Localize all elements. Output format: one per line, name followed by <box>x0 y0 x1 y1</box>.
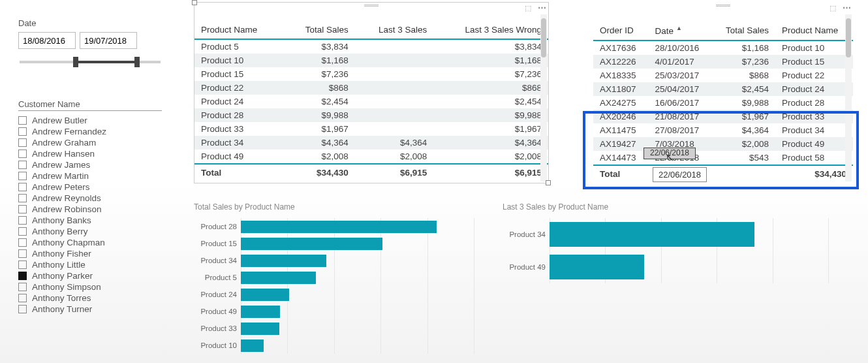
date-slider-start-thumb[interactable] <box>73 57 78 67</box>
bar-row[interactable]: Product 5 <box>194 269 474 286</box>
table-row[interactable]: Product 28$9,988$9,988 <box>194 108 548 122</box>
column-header[interactable]: Last 3 Sales Wrong <box>433 21 548 39</box>
more-options-icon[interactable] <box>843 3 852 12</box>
bar-row[interactable]: Product 49 <box>194 303 474 320</box>
column-header[interactable]: Total Sales <box>713 21 775 40</box>
checkbox-icon[interactable] <box>18 272 27 280</box>
customer-item[interactable]: Anthony Parker <box>18 270 162 281</box>
date-slider-end-thumb[interactable] <box>134 57 140 67</box>
checkbox-icon[interactable] <box>18 227 27 236</box>
bar-row[interactable]: Product 24 <box>194 286 474 303</box>
chart-total-sales[interactable]: Total Sales by Product Name Product 28Pr… <box>194 202 474 354</box>
checkbox-icon[interactable] <box>18 216 27 225</box>
customer-item[interactable]: Andrew Hansen <box>18 148 162 159</box>
table-row[interactable]: Product 49$2,008$2,008$2,008 <box>194 150 548 164</box>
bar-row[interactable]: Product 33 <box>194 320 474 337</box>
checkbox-icon[interactable] <box>18 116 27 125</box>
customer-item[interactable]: Andrew Peters <box>18 182 162 193</box>
checkbox-icon[interactable] <box>18 172 27 180</box>
table-order-details[interactable]: Order IDDate ▲Total SalesProduct NameAX1… <box>593 2 854 183</box>
bar-row[interactable]: Product 10 <box>194 337 474 354</box>
checkbox-icon[interactable] <box>18 249 27 258</box>
table-row[interactable]: AX122264/01/2017$7,236Product 15 <box>593 55 853 69</box>
bar-row[interactable]: Product 28 <box>194 218 474 235</box>
scrollbar[interactable] <box>845 14 852 182</box>
customer-item[interactable]: Anthony Berry <box>18 226 162 237</box>
focus-mode-icon[interactable] <box>525 3 534 12</box>
table-row[interactable]: Product 33$1,967$1,967 <box>194 122 548 136</box>
customer-item[interactable]: Anthony Little <box>18 259 162 270</box>
column-header[interactable]: Product Name <box>775 21 853 40</box>
table-row[interactable]: Product 10$1,168$1,168 <box>194 54 548 67</box>
customer-item[interactable]: Anthony Simpson <box>18 281 162 292</box>
checkbox-icon[interactable] <box>18 205 27 213</box>
checkbox-icon[interactable] <box>18 283 27 291</box>
focus-mode-icon[interactable] <box>829 3 839 12</box>
table-row[interactable]: AX1763628/10/2016$1,168Product 10 <box>593 40 853 55</box>
table-row[interactable]: Product 22$868$868 <box>194 81 548 95</box>
bar-row[interactable]: Product 15 <box>194 235 474 252</box>
table-row[interactable]: Product 24$2,454$2,454 <box>194 95 548 108</box>
table-row[interactable]: AX1147527/08/2017$4,364Product 34 <box>593 123 853 137</box>
table-row[interactable]: Product 34$4,364$4,364$4,364 <box>194 136 548 150</box>
column-header[interactable]: Order ID <box>593 21 649 40</box>
column-header[interactable]: Product Name <box>194 21 283 39</box>
customer-item[interactable]: Andrew Reynolds <box>18 193 162 204</box>
column-header[interactable]: Total Sales <box>283 21 355 39</box>
checkbox-icon[interactable] <box>18 150 27 158</box>
checkbox-icon[interactable] <box>18 194 27 202</box>
customer-item[interactable]: Anthony Fisher <box>18 248 162 259</box>
table-row[interactable]: AX1180725/04/2017$2,454Product 24 <box>593 82 853 96</box>
table-row[interactable]: AX1833525/03/2017$868Product 22 <box>593 69 853 82</box>
checkbox-icon[interactable] <box>18 127 27 136</box>
bar[interactable] <box>241 221 437 233</box>
bar-row[interactable]: Product 34 <box>194 252 474 269</box>
bar[interactable] <box>241 255 326 267</box>
checkbox-icon[interactable] <box>18 260 27 269</box>
customer-item[interactable]: Anthony Banks <box>18 215 162 226</box>
bar-row[interactable]: Product 49 <box>503 251 829 283</box>
customer-item[interactable]: Andrew Graham <box>18 137 162 148</box>
table-row[interactable]: AX194277/03/2018$2,008Product 49 <box>593 137 853 151</box>
bar[interactable] <box>241 306 280 318</box>
bar[interactable] <box>241 238 382 250</box>
table-row[interactable]: AX2024621/08/2017$1,967Product 33 <box>593 110 853 123</box>
column-header[interactable]: Date ▲ <box>649 21 713 40</box>
checkbox-icon[interactable] <box>18 161 27 169</box>
chart-last3-sales[interactable]: Last 3 Sales by Product Name Product 34P… <box>503 202 829 283</box>
customer-item[interactable]: Anthony Chapman <box>18 237 162 248</box>
bar[interactable] <box>550 255 644 279</box>
drag-grip-icon[interactable] <box>364 4 379 7</box>
bar[interactable] <box>241 272 316 284</box>
checkbox-icon[interactable] <box>18 183 27 191</box>
scrollbar[interactable] <box>540 14 547 182</box>
customer-item[interactable]: Anthony Turner <box>18 304 162 315</box>
checkbox-icon[interactable] <box>18 138 27 147</box>
customer-item[interactable]: Andrew Martin <box>18 170 162 182</box>
customer-item[interactable]: Andrew James <box>18 159 162 170</box>
date-slider[interactable] <box>20 61 161 63</box>
column-header[interactable]: Last 3 Sales <box>355 21 433 39</box>
checkbox-icon[interactable] <box>18 294 27 302</box>
checkbox-icon[interactable] <box>18 238 27 247</box>
more-options-icon[interactable] <box>538 3 547 12</box>
customer-item[interactable]: Andrew Fernandez <box>18 126 162 137</box>
table-row[interactable]: AX2427516/06/2017$9,988Product 28 <box>593 96 853 110</box>
table-row[interactable]: AX1447322/06/2018$543Product 58 <box>593 151 853 165</box>
customer-item[interactable]: Anthony Torres <box>18 292 162 304</box>
date-to-input[interactable] <box>80 32 137 49</box>
bar[interactable] <box>241 323 279 335</box>
table-row[interactable]: Product 5$3,834$3,834 <box>194 39 548 54</box>
bar[interactable] <box>241 289 289 301</box>
date-from-input[interactable] <box>18 32 76 49</box>
table-cell: $9,988 <box>283 108 355 122</box>
table-product-sales[interactable]: Product NameTotal SalesLast 3 SalesLast … <box>194 2 549 183</box>
customer-item[interactable]: Andrew Butler <box>18 115 162 126</box>
checkbox-icon[interactable] <box>18 305 27 313</box>
drag-grip-icon[interactable] <box>716 4 730 7</box>
customer-item[interactable]: Andrew Robinson <box>18 204 162 215</box>
table-row[interactable]: Product 15$7,236$7,236 <box>194 67 548 81</box>
bar[interactable] <box>550 222 754 247</box>
bar-row[interactable]: Product 34 <box>503 218 829 251</box>
bar[interactable] <box>241 339 264 352</box>
